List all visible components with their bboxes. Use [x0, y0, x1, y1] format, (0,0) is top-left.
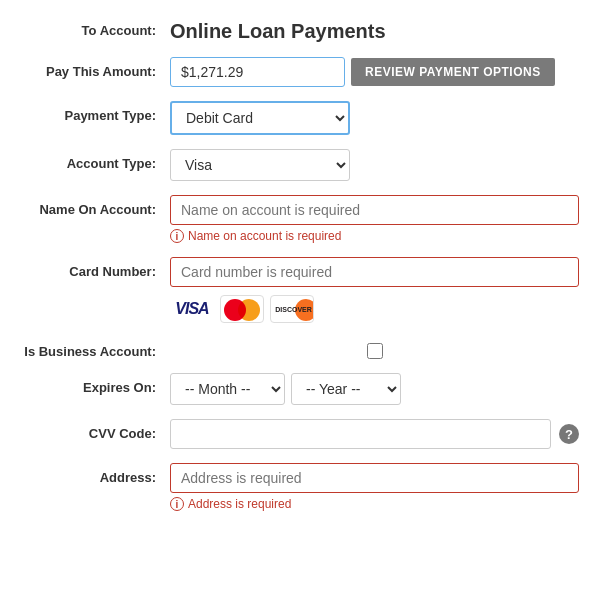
mastercard-logo: [220, 295, 264, 323]
account-type-row: Account Type: Visa MasterCard Discover: [0, 149, 589, 181]
is-business-checkbox[interactable]: [367, 343, 383, 359]
name-error-icon: i: [170, 229, 184, 243]
cvv-label: CVV Code:: [10, 419, 170, 441]
to-account-value-wrap: Online Loan Payments: [170, 16, 579, 43]
name-on-account-label: Name On Account:: [10, 195, 170, 217]
is-business-label: Is Business Account:: [10, 337, 170, 359]
account-type-select[interactable]: Visa MasterCard Discover: [170, 149, 350, 181]
card-logos: VISA DISCOVER: [170, 295, 579, 323]
payment-type-label: Payment Type:: [10, 101, 170, 123]
card-number-label: Card Number:: [10, 257, 170, 279]
cvv-wrap: ?: [170, 419, 579, 449]
cvv-help-icon[interactable]: ?: [559, 424, 579, 444]
name-on-account-input[interactable]: [170, 195, 579, 225]
amount-row: REVIEW PAYMENT OPTIONS: [170, 57, 579, 87]
card-number-input[interactable]: [170, 257, 579, 287]
pay-amount-wrap: REVIEW PAYMENT OPTIONS: [170, 57, 579, 87]
card-number-row: Card Number: VISA DISCOVER: [0, 257, 589, 323]
discover-text: DISCOVER: [272, 306, 312, 313]
visa-logo: VISA: [170, 295, 214, 323]
month-select[interactable]: -- Month -- 01 02 03 04 05 06 07 08 09 1…: [170, 373, 285, 405]
address-error-text: Address is required: [188, 497, 291, 511]
pay-amount-label: Pay This Amount:: [10, 57, 170, 79]
cvv-input[interactable]: [170, 419, 551, 449]
mc-yellow-circle: [238, 299, 260, 321]
expires-on-row: Expires On: -- Month -- 01 02 03 04 05 0…: [0, 373, 589, 405]
is-business-row: Is Business Account:: [0, 337, 589, 359]
name-on-account-error: i Name on account is required: [170, 229, 579, 243]
to-account-value: Online Loan Payments: [170, 16, 579, 43]
cvv-row: CVV Code: ?: [0, 419, 589, 449]
address-error-icon: i: [170, 497, 184, 511]
name-error-text: Name on account is required: [188, 229, 341, 243]
name-on-account-wrap: i Name on account is required: [170, 195, 579, 243]
pay-amount-input[interactable]: [170, 57, 345, 87]
address-wrap: i Address is required: [170, 463, 579, 511]
pay-amount-row: Pay This Amount: REVIEW PAYMENT OPTIONS: [0, 57, 589, 87]
cvv-input-row: ?: [170, 419, 579, 449]
expires-row: -- Month -- 01 02 03 04 05 06 07 08 09 1…: [170, 373, 579, 405]
address-input[interactable]: [170, 463, 579, 493]
expires-on-label: Expires On:: [10, 373, 170, 395]
account-type-wrap: Visa MasterCard Discover: [170, 149, 579, 181]
payment-type-select[interactable]: Debit Card Credit Card ACH: [170, 101, 350, 135]
to-account-row: To Account: Online Loan Payments: [0, 16, 589, 43]
address-row: Address: i Address is required: [0, 463, 589, 511]
payment-type-row: Payment Type: Debit Card Credit Card ACH: [0, 101, 589, 135]
name-on-account-row: Name On Account: i Name on account is re…: [0, 195, 589, 243]
is-business-wrap: [170, 337, 579, 359]
address-error: i Address is required: [170, 497, 579, 511]
account-type-label: Account Type:: [10, 149, 170, 171]
expires-on-wrap: -- Month -- 01 02 03 04 05 06 07 08 09 1…: [170, 373, 579, 405]
to-account-label: To Account:: [10, 16, 170, 38]
address-label: Address:: [10, 463, 170, 485]
review-payment-button[interactable]: REVIEW PAYMENT OPTIONS: [351, 58, 555, 86]
discover-logo: DISCOVER: [270, 295, 314, 323]
year-select[interactable]: -- Year -- 2024 2025 2026 2027 2028 2029…: [291, 373, 401, 405]
card-number-wrap: VISA DISCOVER: [170, 257, 579, 323]
payment-type-wrap: Debit Card Credit Card ACH: [170, 101, 579, 135]
